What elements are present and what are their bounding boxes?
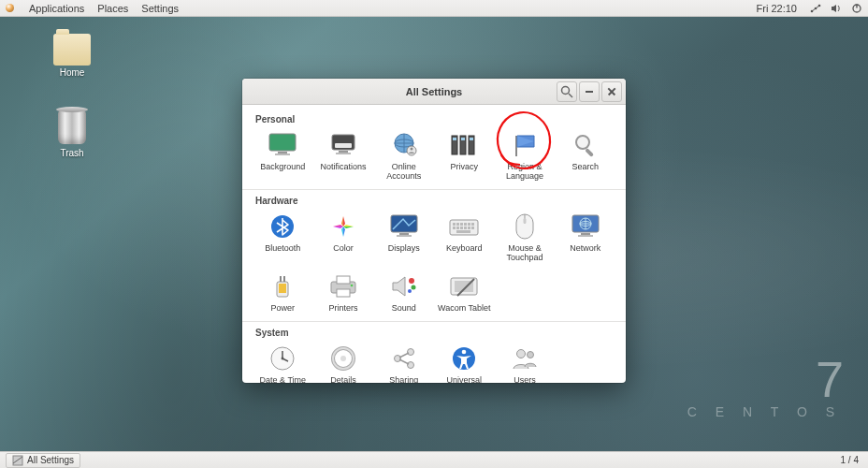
svg-rect-8 [278, 152, 287, 154]
grid-personal: Background Notifications Online Accounts… [253, 126, 615, 185]
sound-icon [389, 271, 419, 301]
settings-task-icon [12, 455, 23, 466]
svg-rect-46 [453, 227, 456, 229]
activities-icon [6, 4, 14, 12]
settings-item-search[interactable]: Search [556, 126, 615, 185]
svg-rect-42 [460, 223, 463, 226]
svg-marker-28 [343, 216, 345, 227]
svg-rect-12 [339, 151, 348, 153]
section-title-system: System [255, 328, 615, 338]
svg-point-84 [407, 361, 413, 368]
window-title: All Settings [406, 86, 463, 97]
taskbar-entry-label: All Settings [27, 455, 74, 465]
settings-item-sharing[interactable]: Sharing [374, 340, 433, 383]
search-settings-icon [571, 130, 600, 160]
svg-rect-13 [336, 153, 351, 154]
svg-point-81 [340, 356, 346, 361]
window-minimize-button[interactable] [579, 81, 600, 102]
svg-point-17 [410, 148, 412, 151]
mouse-touchpad-icon [510, 212, 540, 241]
settings-item-label: Sound [392, 303, 416, 313]
svg-rect-38 [397, 235, 412, 237]
trash-icon [58, 110, 86, 144]
svg-rect-41 [456, 223, 459, 226]
svg-rect-9 [275, 154, 290, 155]
settings-item-color[interactable]: Color [314, 208, 373, 267]
window-titlebar[interactable]: All Settings [242, 79, 626, 105]
settings-item-universal-access[interactable]: Universal Access [435, 340, 494, 383]
svg-point-68 [351, 285, 354, 287]
wacom-icon [449, 271, 479, 301]
keyboard-icon [449, 212, 479, 241]
settings-item-mouse-touchpad[interactable]: Mouse & Touchpad [496, 208, 555, 267]
desktop-icon-home[interactable]: Home [39, 34, 105, 78]
svg-marker-31 [343, 225, 354, 227]
settings-item-region-language[interactable]: Region & Language [496, 126, 555, 185]
settings-item-users[interactable]: Users [496, 340, 555, 383]
menu-places[interactable]: Places [97, 3, 128, 14]
printers-icon [328, 271, 358, 301]
section-divider [242, 189, 626, 190]
settings-item-label: Search [571, 162, 599, 171]
brand-number: 7 [687, 354, 842, 404]
background-icon [268, 130, 297, 160]
network-icon[interactable] [810, 3, 821, 14]
settings-item-displays[interactable]: Displays [374, 208, 433, 267]
svg-point-89 [516, 349, 525, 358]
grid-system: Date & Time Details Sharing Universal Ac… [253, 340, 615, 383]
desktop-icon-trash[interactable]: Trash [39, 110, 105, 158]
svg-rect-49 [464, 227, 467, 229]
settings-item-background[interactable]: Background [253, 126, 312, 185]
settings-item-bluetooth[interactable]: Bluetooth [253, 208, 312, 267]
taskbar-entry-settings[interactable]: All Settings [6, 453, 80, 468]
settings-item-label: Region & Language [498, 162, 552, 182]
svg-point-70 [411, 285, 415, 290]
top-menu-bar: Applications Places Settings Fri 22:10 [0, 0, 868, 17]
settings-item-network[interactable]: Network [556, 208, 615, 267]
settings-item-date-time[interactable]: Date & Time [253, 340, 312, 383]
svg-marker-32 [343, 227, 345, 237]
settings-item-keyboard[interactable]: Keyboard [435, 208, 494, 267]
bluetooth-icon [268, 212, 297, 241]
settings-item-power[interactable]: Power [253, 268, 312, 316]
svg-marker-33 [341, 227, 343, 237]
workspace-indicator[interactable]: 1 / 4 [837, 455, 862, 465]
svg-marker-29 [341, 216, 343, 227]
svg-rect-55 [523, 218, 526, 224]
menu-applications[interactable]: Applications [29, 3, 84, 14]
svg-rect-50 [468, 227, 470, 229]
settings-item-wacom[interactable]: Wacom Tablet [435, 268, 494, 316]
svg-rect-64 [283, 276, 285, 282]
svg-rect-51 [471, 227, 474, 229]
svg-rect-52 [456, 230, 470, 233]
settings-item-sound[interactable]: Sound [374, 268, 433, 316]
privacy-icon [449, 130, 479, 160]
bottom-taskbar: All Settings 1 / 4 [0, 451, 868, 468]
settings-window: All Settings Personal Background Notific… [242, 79, 626, 383]
settings-item-label: Power [271, 303, 296, 313]
settings-item-label: Bluetooth [265, 243, 300, 253]
settings-item-online-accounts[interactable]: Online Accounts [374, 126, 433, 185]
power-icon[interactable] [851, 3, 862, 14]
settings-item-notifications[interactable]: Notifications [314, 126, 373, 185]
svg-point-25 [576, 136, 589, 149]
settings-item-details[interactable]: Details [314, 340, 373, 383]
section-title-hardware: Hardware [255, 196, 615, 206]
details-icon [328, 344, 358, 373]
settings-item-privacy[interactable]: Privacy [435, 126, 494, 185]
network-settings-icon [571, 212, 600, 241]
svg-rect-11 [335, 143, 352, 148]
svg-rect-26 [585, 148, 594, 157]
svg-rect-48 [460, 227, 463, 229]
volume-icon[interactable] [831, 3, 842, 14]
clock[interactable]: Fri 22:10 [757, 3, 797, 14]
svg-rect-45 [471, 223, 474, 226]
settings-item-printers[interactable]: Printers [314, 268, 373, 316]
svg-rect-43 [464, 223, 467, 226]
window-body: Personal Background Notifications Online… [242, 105, 626, 383]
window-search-button[interactable] [557, 81, 577, 102]
menu-settings[interactable]: Settings [141, 3, 179, 14]
window-close-button[interactable] [601, 81, 622, 102]
settings-item-label: Online Accounts [377, 162, 431, 182]
region-language-icon [510, 130, 540, 160]
